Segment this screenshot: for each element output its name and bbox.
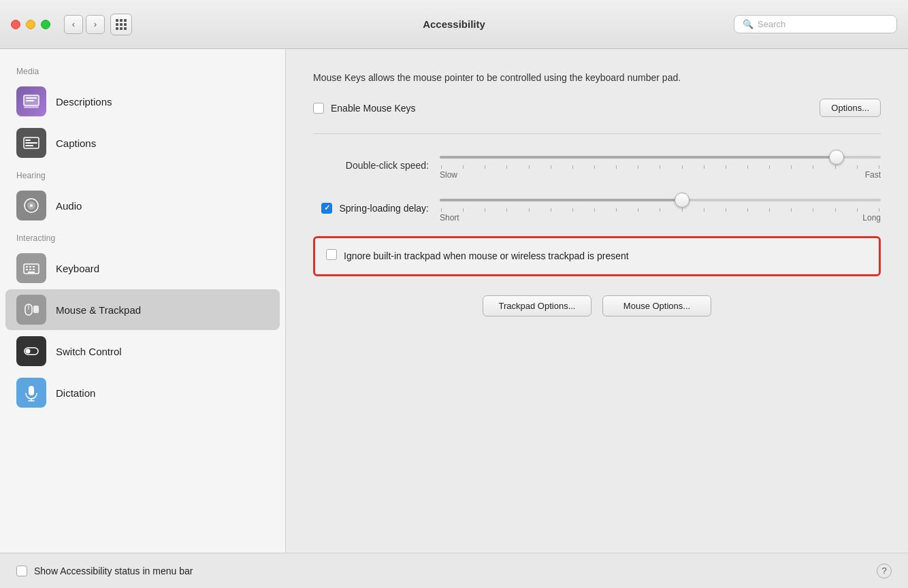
mouse-icon	[16, 295, 46, 325]
svg-rect-25	[29, 386, 34, 395]
double-click-speed-track	[440, 150, 881, 164]
search-input[interactable]	[758, 19, 888, 29]
minimize-button[interactable]	[26, 20, 35, 29]
svg-rect-2	[26, 100, 34, 101]
nav-buttons: ‹ ›	[64, 15, 105, 34]
titlebar: ‹ › Accessibility 🔍	[0, 0, 908, 49]
content-area: Mouse Keys allows the mouse pointer to b…	[286, 49, 908, 553]
sidebar-item-dictation-label: Dictation	[56, 387, 95, 399]
grid-dots-icon	[116, 19, 127, 30]
spring-loading-short-label: Short	[440, 213, 459, 223]
svg-rect-12	[26, 266, 28, 267]
forward-button[interactable]: ›	[86, 15, 105, 34]
ignore-trackpad-label: Ignore built-in trackpad when mouse or w…	[344, 249, 629, 263]
close-button[interactable]	[11, 20, 20, 29]
double-click-fast-label: Fast	[865, 170, 881, 180]
sidebar-item-keyboard-label: Keyboard	[56, 263, 99, 274]
svg-rect-16	[26, 269, 28, 270]
traffic-lights	[11, 20, 50, 29]
maximize-button[interactable]	[41, 20, 50, 29]
ignore-trackpad-box: Ignore built-in trackpad when mouse or w…	[313, 236, 881, 276]
svg-point-24	[26, 349, 31, 354]
mouse-options-button[interactable]: Mouse Options...	[602, 295, 711, 316]
sidebar-item-mouse-trackpad-label: Mouse & Trackpad	[56, 304, 141, 316]
sidebar-item-captions[interactable]: Captions	[5, 122, 280, 163]
dictation-icon	[16, 378, 46, 408]
svg-rect-14	[33, 266, 35, 267]
bottom-bar: Show Accessibility status in menu bar ?	[0, 553, 908, 588]
sidebar-item-audio[interactable]: Audio	[5, 185, 280, 226]
double-click-speed-slider-container: Slow Fast	[440, 150, 881, 180]
enable-mouse-keys-row: Enable Mouse Keys Options...	[313, 99, 881, 117]
double-click-speed-label: Double-click speed:	[313, 160, 429, 171]
svg-rect-3	[24, 106, 39, 108]
show-status-row: Show Accessibility status in menu bar	[16, 566, 193, 576]
enable-mouse-keys-checkbox[interactable]	[313, 103, 324, 114]
spring-loading-long-label: Long	[862, 213, 881, 223]
mouse-keys-description: Mouse Keys allows the mouse pointer to b…	[313, 71, 776, 85]
spring-loading-minmax: Short Long	[440, 213, 881, 223]
double-click-speed-thumb[interactable]	[829, 150, 844, 165]
descriptions-icon	[16, 86, 46, 116]
search-icon: 🔍	[743, 19, 753, 29]
spring-loading-slider-container: Short Long	[440, 193, 881, 223]
spring-loading-checkbox[interactable]	[321, 203, 332, 214]
captions-icon	[16, 128, 46, 158]
search-box[interactable]: 🔍	[734, 15, 897, 33]
sidebar-section-hearing: Hearing	[0, 164, 285, 184]
svg-rect-5	[25, 140, 31, 141]
sidebar-item-switch-control-label: Switch Control	[56, 346, 122, 357]
ignore-trackpad-row: Ignore built-in trackpad when mouse or w…	[326, 249, 868, 263]
ignore-trackpad-checkbox[interactable]	[326, 249, 337, 260]
spring-loading-ticks	[440, 208, 881, 212]
sidebar-section-interacting: Interacting	[0, 227, 285, 247]
sidebar-item-descriptions[interactable]: Descriptions	[5, 81, 280, 122]
sidebar: Media Descriptions	[0, 49, 286, 553]
spring-loading-filled	[440, 199, 682, 201]
enable-mouse-keys-checkbox-row: Enable Mouse Keys	[313, 103, 416, 114]
spring-loading-thumb[interactable]	[675, 193, 690, 208]
double-click-speed-section: Double-click speed:	[313, 150, 881, 180]
sidebar-item-audio-label: Audio	[56, 200, 82, 212]
sidebar-item-keyboard[interactable]: Keyboard	[5, 248, 280, 289]
svg-rect-22	[33, 306, 39, 313]
keyboard-icon	[16, 253, 46, 283]
back-button[interactable]: ‹	[64, 15, 83, 34]
switch-control-icon	[16, 336, 46, 366]
sidebar-item-dictation[interactable]: Dictation	[5, 372, 280, 413]
show-status-checkbox[interactable]	[16, 566, 27, 576]
sidebar-item-switch-control[interactable]: Switch Control	[5, 331, 280, 372]
svg-rect-7	[25, 145, 33, 146]
spring-loading-row: Spring-loading delay:	[313, 193, 881, 223]
trackpad-options-button[interactable]: Trackpad Options...	[483, 295, 591, 316]
spring-loading-label: Spring-loading delay:	[339, 203, 429, 214]
svg-rect-6	[25, 142, 37, 144]
enable-mouse-keys-label: Enable Mouse Keys	[331, 103, 416, 114]
svg-rect-18	[33, 269, 35, 270]
double-click-slow-label: Slow	[440, 170, 457, 180]
sidebar-item-captions-label: Captions	[56, 137, 96, 149]
grid-button[interactable]	[110, 14, 132, 35]
double-click-speed-minmax: Slow Fast	[440, 170, 881, 180]
spring-loading-bg	[440, 199, 881, 201]
svg-rect-13	[29, 266, 31, 267]
main-content: Media Descriptions	[0, 49, 908, 553]
bottom-buttons: Trackpad Options... Mouse Options...	[313, 295, 881, 316]
svg-rect-1	[26, 97, 37, 99]
svg-rect-17	[29, 269, 31, 270]
spring-loading-checkbox-row: Spring-loading delay:	[313, 203, 429, 214]
window-title: Accessibility	[423, 18, 485, 30]
double-click-speed-row: Double-click speed:	[313, 150, 881, 180]
sidebar-item-mouse-trackpad[interactable]: Mouse & Trackpad	[5, 289, 280, 330]
double-click-speed-ticks	[440, 165, 881, 169]
spring-loading-track	[440, 193, 881, 207]
svg-rect-19	[28, 272, 35, 273]
sidebar-item-descriptions-label: Descriptions	[56, 96, 112, 108]
sidebar-section-media: Media	[0, 60, 285, 80]
show-status-label: Show Accessibility status in menu bar	[34, 566, 193, 576]
spring-loading-section: Spring-loading delay:	[313, 193, 881, 223]
options-button[interactable]: Options...	[820, 99, 881, 117]
double-click-speed-bg	[440, 156, 881, 159]
svg-point-10	[30, 204, 33, 207]
help-button[interactable]: ?	[877, 564, 892, 578]
